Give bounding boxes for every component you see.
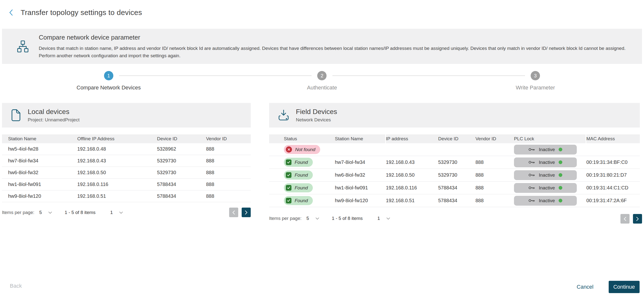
items-per-page-label: Items per page: <box>269 216 302 221</box>
plc-lock-toggle[interactable]: Inactive <box>514 170 577 180</box>
table-row[interactable]: hw9-8iol-fw120 192.168.0.51 5788434 888 <box>2 190 251 202</box>
check-icon <box>286 185 292 191</box>
status-label: Not found <box>295 147 315 152</box>
table-row[interactable]: Found hw7-8iol-fw34 192.168.0.43 5329730… <box>269 156 640 169</box>
next-page-button[interactable] <box>633 214 642 224</box>
cell-station: hw6-8iol-fw32 <box>335 172 386 178</box>
panel-title: Local devices <box>28 108 80 116</box>
cell-station: hw5-4iol-fw28 <box>8 146 77 152</box>
panel-title: Field Devices <box>296 108 337 116</box>
page-number-chevron-icon[interactable] <box>119 212 123 214</box>
status-dot <box>558 148 562 151</box>
cell-station: hw6-8iol-fw32 <box>8 170 77 175</box>
download-tray-icon <box>278 109 289 121</box>
table-row[interactable]: Found hw9-8iol-fw120 192.168.0.51 578843… <box>269 194 640 207</box>
back-button[interactable]: Back <box>10 283 22 289</box>
field-table-header: Status Station Name IP address Device ID… <box>269 134 640 143</box>
check-icon <box>286 198 292 203</box>
cell-device-id: 5329730 <box>157 170 206 175</box>
plc-lock-toggle[interactable]: Inactive <box>514 158 577 167</box>
status-dot <box>558 186 562 190</box>
cell-vendor-id: 888 <box>476 198 514 203</box>
plc-lock-toggle[interactable]: Inactive <box>514 196 577 206</box>
cell-vendor-id: 888 <box>476 160 514 165</box>
page-number-chevron-icon[interactable] <box>386 217 390 220</box>
table-row[interactable]: Found hw1-8iol-fw091 192.168.0.116 57884… <box>269 182 640 194</box>
page-header: Transfer topology settings to devices <box>7 7 142 18</box>
table-row[interactable]: hw7-8iol-fw34 192.168.0.43 5329730 888 <box>2 155 251 167</box>
cell-device-id: 5788434 <box>438 185 476 191</box>
plc-lock-label: Inactive <box>539 198 555 203</box>
cell-ip: 192.168.0.51 <box>77 193 157 199</box>
cell-ip: 192.168.0.116 <box>386 185 438 191</box>
cell-device-id: 5788434 <box>157 182 206 187</box>
step-label: Authenticate <box>307 84 337 91</box>
cell-vendor-id: 888 <box>206 182 257 187</box>
status-badge-found: Found <box>284 196 313 205</box>
page-number-value[interactable]: 1 <box>110 210 113 215</box>
topology-icon <box>17 41 28 52</box>
status-label: Found <box>295 185 308 191</box>
cell-station: hw1-8iol-fw091 <box>335 185 386 191</box>
step-number-badge: 1 <box>104 71 113 80</box>
plc-lock-toggle[interactable]: Inactive <box>514 183 577 193</box>
step-write-parameter[interactable]: 3 Write Parameter <box>428 71 642 96</box>
status-label: Found <box>295 173 308 178</box>
plc-lock-label: Inactive <box>539 173 555 178</box>
banner-title: Compare network device parameter <box>39 34 630 41</box>
cell-ip: 192.168.0.51 <box>386 198 438 203</box>
cell-station: hw7-8iol-fw34 <box>8 158 77 164</box>
panel-subtitle: Network Devices <box>296 117 337 123</box>
status-dot <box>558 173 562 177</box>
status-label: Found <box>295 198 308 203</box>
column-header: IP address <box>386 136 438 141</box>
cell-vendor-id: 888 <box>476 172 514 178</box>
cell-device-id: 5329730 <box>438 160 476 165</box>
plc-lock-toggle[interactable]: Inactive <box>514 145 577 155</box>
cancel-button[interactable]: Cancel <box>577 284 594 290</box>
column-header: Vendor ID <box>206 136 257 141</box>
cell-ip: 192.168.0.48 <box>77 146 157 152</box>
cell-device-id: 5329730 <box>157 158 206 164</box>
page-size-chevron-icon[interactable] <box>48 212 52 214</box>
step-authenticate[interactable]: 2 Authenticate <box>216 71 429 96</box>
field-devices-header: Field Devices Network Devices <box>269 103 640 127</box>
footer-bar: Back Cancel Continue <box>0 278 644 298</box>
table-row[interactable]: hw5-4iol-fw28 192.168.0.48 5328962 888 <box>2 143 251 155</box>
table-row[interactable]: Found hw6-8iol-fw32 192.168.0.50 5329730… <box>269 169 640 182</box>
column-separator <box>385 134 386 143</box>
status-badge-found: Found <box>284 158 313 167</box>
page-number-value[interactable]: 1 <box>377 216 380 221</box>
cell-device-id: 5328962 <box>157 146 206 152</box>
page-size-value[interactable]: 5 <box>306 216 309 221</box>
back-chevron-icon[interactable] <box>7 8 15 17</box>
column-header: Station Name <box>8 136 77 141</box>
cell-ip: 192.168.0.50 <box>386 172 438 178</box>
cell-vendor-id: 888 <box>206 146 257 152</box>
range-label: 1 - 5 of 8 items <box>332 216 363 221</box>
page-size-chevron-icon[interactable] <box>316 217 319 220</box>
cell-ip: 192.168.0.43 <box>386 160 438 165</box>
plc-lock-label: Inactive <box>539 185 555 191</box>
table-row[interactable]: Not found Inactive <box>269 143 640 156</box>
column-header: Device ID <box>438 136 476 141</box>
plc-lock-label: Inactive <box>539 160 555 165</box>
cell-station: hw7-8iol-fw34 <box>335 160 386 165</box>
page-size-value[interactable]: 5 <box>39 210 42 215</box>
prev-page-button[interactable] <box>620 214 630 224</box>
cell-vendor-id: 888 <box>476 185 514 191</box>
continue-button[interactable]: Continue <box>609 281 640 293</box>
error-x-icon <box>286 146 292 153</box>
check-icon <box>286 172 292 178</box>
step-label: Write Parameter <box>516 84 555 91</box>
local-pagination: Items per page: 5 1 - 5 of 8 items 1 <box>2 208 251 217</box>
table-row[interactable]: hw1-8iol-fw091 192.168.0.116 5788434 888 <box>2 179 251 190</box>
table-row[interactable]: hw6-8iol-fw32 192.168.0.50 5329730 888 <box>2 167 251 179</box>
items-per-page-label: Items per page: <box>2 210 34 215</box>
prev-page-button[interactable] <box>229 208 238 217</box>
next-page-button[interactable] <box>242 208 251 217</box>
step-compare-network-devices[interactable]: 1 Compare Network Devices <box>2 71 216 96</box>
column-header: Device ID <box>157 136 206 141</box>
wizard-stepper: 1 Compare Network Devices 2 Authenticate… <box>2 71 642 96</box>
local-devices-header: Local devices Project: UnnamedProject <box>2 103 251 127</box>
